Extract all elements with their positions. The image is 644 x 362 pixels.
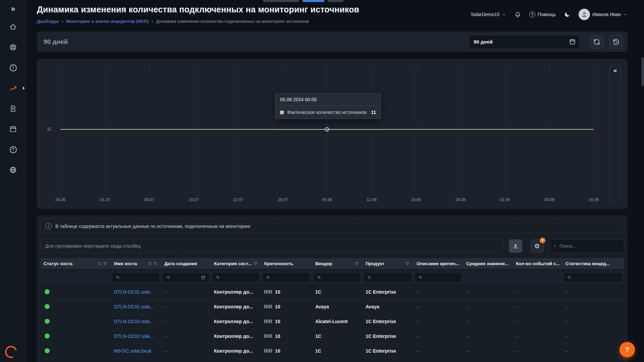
column-filter-input[interactable] [122,275,156,280]
sidebar-item-help[interactable]: ? [9,145,17,154]
column-filter-input[interactable] [273,275,307,280]
x-axis-label: 29.07 [278,197,288,202]
column-filter-input[interactable] [425,275,458,280]
cell-criticality: 10 [261,304,312,309]
host-link[interactable]: M9-DC.solar.local [114,348,151,354]
user-menu[interactable]: Иванов Иван [579,9,628,20]
column-label: Категория сист... [214,261,252,266]
column-header-avg[interactable]: Среднее значени... [463,258,513,269]
table-row[interactable]: DTLN-DC01.sola... – Контроллер до... 10 … [40,285,624,299]
group-by-dropzone[interactable]: Для группировки перетащите сюда столбец [40,239,504,253]
column-filter-input[interactable] [374,275,408,280]
column-filter-input[interactable] [324,275,357,280]
cell-created: – [161,319,211,324]
topbar-actions: SolarDemo10 ? Помощь Иванов Ив [471,9,628,20]
table-settings-button[interactable]: ⚙ [530,239,544,253]
page-scrollbar[interactable] [641,0,644,362]
double-chevron-right-icon: » [11,4,15,13]
cell-status [40,304,111,309]
chart-gridline [372,67,372,192]
column-header-incidents[interactable]: Статистика инцид... [562,258,624,269]
org-switcher[interactable]: SolarDemo10 [471,12,506,17]
filter-funnel-icon[interactable] [406,261,410,266]
collapse-panel-button[interactable]: « [613,67,617,73]
breadcrumb-mdr[interactable]: Мониторинг и анализ инцидентов (MDR) [66,19,149,24]
column-label: Среднее значени... [466,261,508,266]
chart-gridline [594,67,594,192]
breadcrumb-dashboards[interactable]: Дашборды [37,19,59,24]
filter-funnel-icon[interactable] [153,261,158,266]
x-axis-label: 26.08 [455,197,466,202]
column-header-vendor[interactable]: Вендор [312,258,362,269]
refresh-button[interactable] [590,35,604,49]
column-filter[interactable] [163,273,209,282]
host-link[interactable]: DTLN-DC02.sola... [114,334,154,339]
column-header-product[interactable]: Продукт [362,258,413,269]
sidebar-item-incidents[interactable]: ! [9,64,17,72]
theme-toggle-button[interactable] [564,11,571,18]
table-search-input[interactable] [559,243,620,249]
column-header-category[interactable]: Категория сист... [211,258,261,269]
tooltip-series-name: Фактическое количество источников [287,110,368,115]
cell-avg: – [463,348,513,354]
export-button[interactable] [509,239,522,253]
sidebar-item-monitoring[interactable] [9,43,17,51]
help-button[interactable]: ? Помощь [529,11,556,17]
host-link[interactable]: DTLN-DC01.sola... [114,304,154,309]
filter-funnel-icon[interactable] [254,261,258,266]
solar-logo [3,344,19,360]
table-row[interactable]: DTLN-DC02.sola... – Контроллер до... 10 … [40,329,624,344]
column-filter-input[interactable] [173,275,199,280]
column-header-events[interactable]: Кол-во событий с... [513,258,562,269]
cell-vendor: 1C [312,334,362,339]
period-input[interactable] [469,35,580,49]
column-filter[interactable] [263,273,310,282]
status-online-indicator [45,348,50,353]
column-filter[interactable] [564,273,622,282]
column-filter[interactable] [415,273,461,282]
filter-funnel-icon[interactable] [355,261,359,266]
host-link[interactable]: DTLN-DC02.sola... [114,319,154,324]
sidebar-item-home[interactable] [9,23,17,31]
floating-help-button[interactable]: ? [620,342,635,357]
calendar-icon[interactable] [569,38,576,45]
sort-indicator: ↑1 [97,261,101,266]
host-link[interactable]: DTLN-DC01.sola... [114,289,154,295]
history-button[interactable] [609,35,623,49]
table-row[interactable]: DTLN-DC02.sola... – Контроллер до... 10 … [40,314,624,329]
cell-events: – [513,319,562,324]
x-axis-label: 16.09 [589,197,599,202]
calendar-icon[interactable] [201,275,206,280]
column-filter[interactable] [113,273,159,282]
cell-criticality: 10 [261,348,312,354]
sidebar-item-resources[interactable] [9,166,17,174]
column-filter[interactable] [314,273,360,282]
sidebar-item-reports[interactable] [9,105,17,113]
sidebar-item-dashboards[interactable] [9,84,17,92]
filter-funnel-icon[interactable] [103,261,107,266]
column-filter-input[interactable] [574,275,619,280]
notifications-button[interactable] [514,11,521,18]
sidebar-item-calendar[interactable] [9,125,17,133]
table-row[interactable]: DTLN-DC01.sola... – Контроллер до... 10 … [40,299,624,314]
column-filter[interactable] [213,273,259,282]
sidebar-expand-button[interactable]: » [11,5,15,13]
search-icon [418,275,423,280]
chart-gridline [105,67,105,192]
column-header-crit-desc[interactable]: Описание критич... [413,258,463,269]
column-header-status[interactable]: Статус хоста ↑1 [40,258,111,269]
chart-gridline [238,67,238,192]
table-search[interactable] [550,239,624,253]
column-filter-input[interactable] [222,275,256,280]
column-header-host[interactable]: Имя хоста ↑2 [111,258,161,269]
column-filter[interactable] [364,273,411,282]
cell-status [40,289,111,294]
column-header-criticality[interactable]: Критичность [261,258,312,269]
cell-avg: – [463,319,513,324]
sort-order: 1 [99,261,101,266]
gear-icon: ⚙ [534,243,540,249]
chart-gridline [416,67,416,192]
column-header-created[interactable]: Дата создания [161,258,211,269]
table-row[interactable]: M9-DC.solar.local – Контроллер до... 10 … [40,344,624,358]
scrollbar-thumb[interactable] [642,57,644,86]
